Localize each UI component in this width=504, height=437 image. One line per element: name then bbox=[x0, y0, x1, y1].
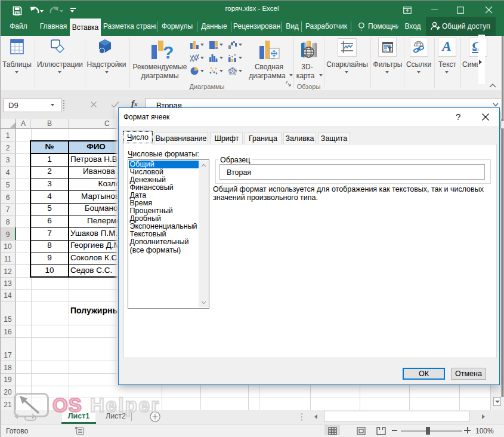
svg-text:?: ? bbox=[163, 42, 173, 60]
